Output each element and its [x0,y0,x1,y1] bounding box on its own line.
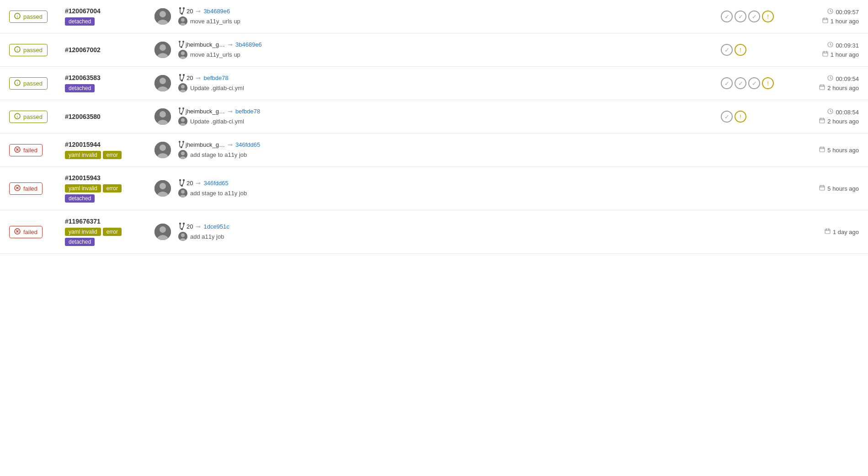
commit-separator: ⊸ [196,223,201,230]
pipeline-time-col: 00:09:57 1 hour ago [786,8,859,25]
pipeline-time-col: 00:09:54 2 hours ago [786,75,859,91]
commit-author-avatar [178,188,187,198]
pipeline-id[interactable]: #120063583 [65,74,147,81]
svg-rect-50 [820,85,825,90]
pipeline-time-ago: 5 hours ago [819,146,859,154]
commit-message-row: add stage to a11y job [178,150,715,159]
commit-hash-link[interactable]: 346fdd65 [235,141,260,148]
avatar [154,8,171,25]
pipeline-time-ago: 1 hour ago [822,51,859,58]
commit-author-avatar [178,50,187,59]
status-badge[interactable]: i passed [9,111,48,123]
pipeline-status-col: failed [9,182,59,195]
pipeline-time-ago: 2 hours ago [819,118,859,125]
commit-message: move a11y_urls up [190,51,240,58]
commit-separator: ⊸ [228,41,233,48]
pipeline-commit-col: 20 ⊸ 3b4689e6 move a11y_urls up [178,7,715,26]
time-ago-value: 1 hour ago [831,51,859,58]
branch-icon: jheimbuck_g… [178,141,225,148]
pipeline-time-col: 1 day ago [786,228,859,235]
commit-hash-link[interactable]: 3b4689e6 [235,41,262,48]
commit-separator: ⊸ [228,141,233,148]
svg-rect-32 [823,52,828,56]
commit-author-avatar [178,150,187,159]
pipeline-id[interactable]: #120067002 [65,46,147,53]
commit-author-avatar [178,117,187,126]
pipeline-id[interactable]: #120015943 [65,174,147,182]
svg-point-63 [181,118,185,122]
avatar [154,75,171,91]
time-ago-value: 2 hours ago [827,118,859,125]
pipeline-row: failed #120015943 yaml invaliderrordetac… [0,167,868,210]
clock-icon [827,75,833,82]
svg-point-57 [160,111,166,118]
pipeline-commit-col: 20 ⊸ 1dce951c add a11y job [178,223,715,241]
status-badge[interactable]: i passed [9,77,48,90]
calendar-icon [819,146,825,154]
commit-message-row: move a11y_urls up [178,16,715,26]
stage-success-icon: ✓ [735,77,746,89]
status-icon: i [14,13,21,21]
pipeline-avatar-col [153,75,173,91]
pipeline-tag: detached [65,17,95,26]
time-ago-value: 1 day ago [833,229,859,235]
duration-value: 00:09:57 [836,9,859,16]
commit-message: move a11y_urls up [190,18,240,25]
commit-message-row: Update .gitlab-ci.yml [178,117,715,126]
pipeline-avatar-col [153,8,173,25]
status-badge[interactable]: failed [9,226,43,238]
pipeline-row: i passed #120063583 detached [0,67,868,100]
pipeline-time-ago: 1 day ago [825,228,859,235]
calendar-icon [819,118,825,125]
clock-icon [827,8,833,16]
svg-point-24 [182,41,184,43]
pipeline-avatar-col [153,142,173,158]
pipeline-commit-col: 20 ⊸ 346fdd65 add stage to a11y job [178,179,715,198]
pipeline-avatar-col [153,42,173,58]
stage-warning-icon: ! [762,77,774,89]
commit-hash-link[interactable]: 3b4689e6 [203,8,230,15]
commit-message-row: add a11y job [178,232,715,241]
pipeline-id[interactable]: #119676371 [65,218,147,225]
pipeline-time-col: 00:08:54 2 hours ago [786,108,859,125]
commit-message: add a11y job [190,233,224,240]
commit-ref-row: 20 ⊸ 3b4689e6 [178,7,715,15]
commit-author-avatar [178,83,187,92]
svg-point-95 [183,179,185,181]
status-label: passed [23,13,43,20]
commit-hash-link[interactable]: 346fdd65 [203,180,228,187]
pipeline-commit-col: jheimbuck_g… ⊸ 3b4689e6 move a11y_urls u… [178,41,715,59]
svg-point-45 [181,85,185,89]
pipeline-row: failed #119676371 yaml invaliderrordetac… [0,210,868,254]
svg-point-92 [160,183,166,189]
status-badge[interactable]: i passed [9,44,48,56]
commit-ref-row: jheimbuck_g… ⊸ 346fdd65 [178,141,715,148]
status-icon: i [14,113,21,121]
pipeline-id[interactable]: #120067004 [65,7,147,15]
commit-hash-link[interactable]: befbde78 [235,108,260,115]
stage-warning-icon: ! [762,11,774,22]
svg-point-61 [181,113,182,115]
pipeline-time-col: 5 hours ago [786,146,859,154]
avatar [154,108,171,125]
status-label: failed [23,185,37,192]
stage-success-icon: ✓ [721,111,733,123]
commit-hash-link[interactable]: 1dce951c [203,223,229,230]
pipeline-status-col: failed [9,226,59,238]
commit-ref-row: 20 ⊸ befbde78 [178,74,715,81]
status-badge[interactable]: failed [9,182,43,195]
duration-value: 00:08:54 [836,109,859,116]
status-label: passed [23,113,43,120]
pipeline-id[interactable]: #120015944 [65,141,147,148]
svg-point-6 [183,7,185,9]
pipeline-row: i passed #120063580 [0,100,868,134]
pipeline-id-col: #120067002 [65,46,147,53]
commit-hash-link[interactable]: befbde78 [203,75,228,81]
pipeline-commit-col: jheimbuck_g… ⊸ 346fdd65 add stage to a11… [178,141,715,159]
status-label: passed [23,47,43,53]
status-badge[interactable]: failed [9,144,43,156]
svg-text:i: i [17,48,18,52]
svg-rect-68 [820,118,825,123]
pipeline-id[interactable]: #120063580 [65,113,147,120]
status-badge[interactable]: i passed [9,11,48,23]
